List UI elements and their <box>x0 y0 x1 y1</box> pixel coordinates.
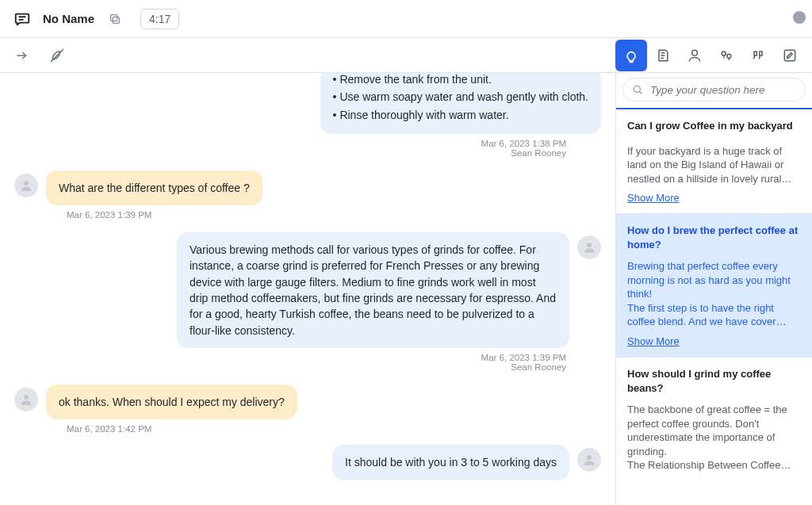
svg-point-11 <box>24 181 29 186</box>
quote-tab[interactable] <box>742 40 774 71</box>
card-body: Brewing that perfect coffee every mornin… <box>627 259 801 329</box>
message-meta: Mar 6, 2023 1:42 PM <box>14 424 601 434</box>
show-more-link[interactable]: Show More <box>627 192 680 204</box>
card-title: Can I grow Coffee in my backyard <box>627 119 801 133</box>
message-meta: Mar 6, 2023 1:38 PM Sean Rooney <box>14 139 601 158</box>
svg-point-7 <box>692 50 698 55</box>
timestamp: Mar 6, 2023 1:39 PM <box>481 353 566 362</box>
customer-message: What are the different types of coffee ? <box>46 170 262 205</box>
toolbar <box>0 38 812 73</box>
customer-message: ok thanks. When should I expect my deliv… <box>46 384 297 419</box>
knowledge-card[interactable]: How do I brew the perfect coffee at home… <box>616 213 812 357</box>
script-tab[interactable] <box>647 40 679 71</box>
search-icon <box>631 83 644 96</box>
svg-line-16 <box>639 91 642 94</box>
message-meta: Mar 6, 2023 1:39 PM <box>14 210 601 220</box>
svg-point-13 <box>24 395 29 400</box>
svg-rect-10 <box>784 50 795 60</box>
author: Sean Rooney <box>511 148 566 158</box>
svg-point-14 <box>587 455 592 460</box>
person-tab[interactable] <box>679 40 710 71</box>
knowledge-tab[interactable] <box>615 40 647 71</box>
knowledge-panel: Can I grow Coffee in my backyard If your… <box>615 73 812 505</box>
chat-icon <box>10 6 35 32</box>
location-tab[interactable] <box>710 40 742 71</box>
search-input[interactable] <box>650 84 797 96</box>
compose-tab[interactable] <box>774 40 806 71</box>
avatar <box>577 235 601 259</box>
card-body: The backbone of great coffee = the perfe… <box>627 403 801 472</box>
bullet-line: • Remove the tank from the unit. <box>333 73 588 87</box>
conversation-title: No Name <box>43 12 94 25</box>
timestamp: Mar 6, 2023 1:38 PM <box>481 139 566 148</box>
knowledge-card[interactable]: How should I grind my coffee beans? The … <box>616 357 812 482</box>
bullet-line: • Rinse thoroughly with warm water. <box>333 107 588 123</box>
show-more-link[interactable]: Show More <box>627 335 680 347</box>
svg-point-12 <box>587 243 592 247</box>
svg-point-9 <box>727 54 731 58</box>
svg-rect-2 <box>113 17 119 23</box>
close-icon[interactable] <box>793 11 806 24</box>
svg-point-15 <box>634 86 640 92</box>
svg-point-8 <box>722 52 726 55</box>
bullet-line: • Use warm soapy water and wash gently w… <box>333 89 588 105</box>
knowledge-card[interactable]: Can I grow Coffee in my backyard If your… <box>616 108 812 213</box>
conversation-pane: • Remove the tank from the unit. • Use w… <box>0 73 615 505</box>
svg-rect-3 <box>111 14 117 21</box>
card-title: How should I grind my coffee beans? <box>627 367 801 395</box>
agent-message: Various brewing methods call for various… <box>177 232 569 348</box>
avatar <box>14 174 38 197</box>
main-body: • Remove the tank from the unit. • Use w… <box>0 73 812 505</box>
copy-icon[interactable] <box>102 6 128 32</box>
knowledge-search[interactable] <box>622 78 806 101</box>
card-title: How do I brew the perfect coffee at home… <box>627 224 801 251</box>
agent-message: • Remove the tank from the unit. • Use w… <box>320 73 601 134</box>
message-meta: Mar 6, 2023 1:39 PM Sean Rooney <box>14 353 601 372</box>
card-body: If your backyard is a huge track of land… <box>627 144 801 186</box>
avatar <box>577 448 601 472</box>
timer-badge: 4:17 <box>140 9 179 29</box>
window-header: No Name 4:17 <box>0 0 812 38</box>
leaf-strike-icon[interactable] <box>44 43 70 68</box>
author: Sean Rooney <box>511 362 566 372</box>
agent-message: It should be with you in 3 to 5 working … <box>332 445 569 480</box>
forward-icon[interactable] <box>10 43 35 68</box>
avatar <box>14 388 38 411</box>
